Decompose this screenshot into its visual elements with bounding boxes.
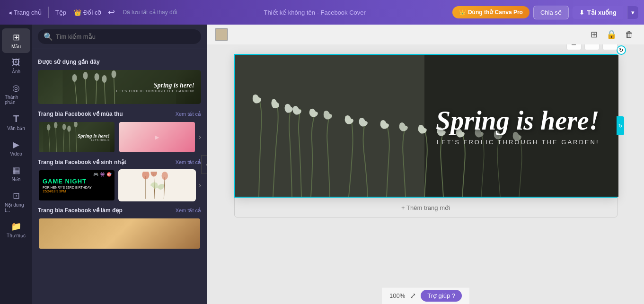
format-icon: ⊞ [591, 30, 598, 39]
sidebar-item-video[interactable]: ▶ Video [2, 136, 30, 160]
video-icon: ▶ [13, 139, 19, 150]
change-font-btn[interactable]: 👑 Đổi cỡ [71, 7, 104, 18]
frame-icon: ⊡ [571, 44, 576, 46]
try-pro-label: Dùng thử Canva Pro [468, 9, 523, 16]
autumn-section-header: Trang bìa Facebook về mùa thu Xem tất cả [38, 111, 201, 117]
sidebar-item-content[interactable]: ⊡ Nội dung t... [2, 187, 30, 217]
file-menu[interactable]: Tệp [53, 7, 69, 18]
svg-point-15 [54, 122, 58, 128]
add-page-button[interactable]: + Thêm trang mới [234, 198, 618, 217]
canvas-text-area: Spring is here! LET'S FROLIC THROUGH THE… [436, 106, 599, 146]
svg-point-17 [62, 124, 66, 130]
birthday-section-title: Trang bìa Facebook về sinh nhật [38, 159, 126, 165]
autumn-see-all[interactable]: Xem tất cả [176, 111, 201, 117]
topbar-center: Thiết kế không tên - Facebook Cover [181, 9, 448, 16]
svg-point-28 [161, 172, 168, 180]
try-pro-button[interactable]: 👑 Dùng thử Canva Pro [452, 6, 529, 18]
birthday-see-all[interactable]: Xem tất cả [176, 159, 201, 165]
crown-icon: 👑 [74, 9, 81, 16]
download-dropdown-button[interactable]: ▾ [627, 6, 638, 19]
photos-icon: 🖼 [12, 58, 20, 68]
recent-spring-text: Spring is here! [116, 82, 194, 89]
panel-search-area: 🔍 [32, 25, 207, 49]
plus-icon: + [608, 44, 612, 46]
spring-title[interactable]: Spring is here! [436, 106, 599, 136]
autumn-next-arrow[interactable]: › [199, 121, 201, 153]
nav-separator [48, 7, 49, 18]
rotate-icon: ↻ [619, 47, 623, 53]
templates-icon: ⊞ [13, 32, 20, 43]
help-button[interactable]: Trợ giúp ? [421, 290, 462, 302]
topbar-right: 👑 Dùng thử Canva Pro Chia sẽ ⬇ Tải xuống… [452, 6, 638, 19]
sidebar-item-photos[interactable]: 🖼 Ảnh [2, 54, 30, 78]
sidebar-item-elements[interactable]: ◎ Thành phần [2, 79, 30, 109]
back-button[interactable]: ◂ Trang chủ [6, 7, 44, 18]
beauty-section-title: Trang bìa Facebook về làm đẹp [38, 207, 123, 214]
crown-icon-pro: 👑 [459, 9, 466, 16]
search-input[interactable] [56, 33, 195, 40]
format-button[interactable]: ⊞ [588, 27, 600, 42]
svg-point-2 [72, 74, 77, 82]
topbar: ◂ Trang chủ Tệp 👑 Đổi cỡ ↩ Đã lưu tất cả… [0, 0, 644, 25]
spring-subtitle[interactable]: LET'S FROLIC THROUGH THE GARDEN! [436, 138, 599, 145]
text-icon: T [13, 113, 19, 124]
download-label: Tải xuống [587, 9, 617, 16]
birthday-template-2[interactable] [118, 169, 196, 201]
undo-button[interactable]: ↩ [106, 5, 117, 19]
zoom-expand-icon[interactable]: ⤢ [410, 291, 416, 300]
download-button[interactable]: ⬇ Tải xuống [573, 6, 623, 19]
canvas-inner: Spring is here! LET'S FROLIC THROUGH THE… [235, 55, 618, 197]
elements-icon: ◎ [12, 83, 20, 93]
bottom-bar: 100% ⤢ Trợ giúp ? [382, 287, 469, 304]
birthday-templates-row: GAME NIGHT FOR HENRY'S 33RD BIRTHDAY 15/… [38, 169, 201, 201]
folder-label: Thư mục [7, 233, 26, 238]
birthday-template-1[interactable]: GAME NIGHT FOR HENRY'S 33RD BIRTHDAY 15/… [38, 169, 115, 201]
elements-label: Thành phần [5, 95, 27, 105]
rotate-handle[interactable]: ↻ [617, 45, 626, 55]
sidebar-item-folder[interactable]: 📁 Thư mục [2, 217, 30, 242]
autumn-card2-placeholder: ▶ [155, 134, 159, 140]
content-icon: ⊡ [13, 191, 20, 201]
lock-button[interactable]: 🔒 [603, 27, 619, 42]
autumn-templates-row: Spring is here! LET'S FROLIC ▶ › [38, 121, 201, 153]
panel-content: Được sử dụng gần đây Spri [32, 49, 207, 304]
copy-action-btn[interactable]: ⧉ [584, 44, 600, 50]
canvas-toolbar: ⊞ 🔒 🗑 [207, 25, 644, 44]
beauty-see-all[interactable]: Xem tất cả [176, 208, 201, 214]
svg-point-4 [83, 72, 88, 79]
autumn-template-1[interactable]: Spring is here! LET'S FROLIC [38, 121, 115, 153]
sidebar-item-text[interactable]: T Văn bản [2, 110, 30, 135]
game-night-date: 15/24/18 9 3PM [43, 190, 111, 193]
birthday-card1-inner: GAME NIGHT FOR HENRY'S 33RD BIRTHDAY 15/… [39, 170, 115, 200]
content-label: Nội dung t... [5, 202, 27, 213]
collapse-panel-button[interactable]: ‹ [201, 155, 207, 174]
svg-point-13 [47, 124, 51, 130]
chevron-down-icon: ▾ [631, 9, 635, 16]
home-label: Trang chủ [14, 9, 42, 16]
undo-icon: ↩ [108, 8, 115, 17]
photos-label: Ảnh [12, 69, 20, 74]
topbar-left: ◂ Trang chủ Tệp 👑 Đổi cỡ ↩ Đã lưu tất cả… [6, 5, 177, 19]
share-button[interactable]: Chia sẽ [533, 6, 569, 19]
templates-panel: 🔍 Được sử dụng gần đây [32, 25, 207, 304]
delete-button[interactable]: 🗑 [622, 27, 636, 42]
beauty-section-header: Trang bìa Facebook về làm đẹp Xem tất cả [38, 207, 201, 214]
birthday-next-arrow[interactable]: › [199, 169, 201, 201]
sidebar-left: ⊞ Mẫu 🖼 Ảnh ◎ Thành phần T Văn bản ▶ Vid… [0, 25, 32, 304]
design-title: Thiết kế không tên - Facebook Cover [264, 9, 365, 16]
recent-template-card[interactable]: Spring is here! LET'S FROLIC THROUGH THE… [38, 70, 201, 104]
color-swatch[interactable] [215, 28, 228, 41]
frame-action-btn[interactable]: ⊡ [566, 44, 582, 50]
beauty-template-1[interactable] [38, 217, 201, 250]
game-night-sub: FOR HENRY'S 33RD BIRTHDAY [43, 186, 111, 189]
add-action-btn[interactable]: + [602, 44, 618, 50]
recent-card-inner: Spring is here! LET'S FROLIC THROUGH THE… [38, 70, 201, 104]
recent-spring-sub: LET'S FROLIC THROUGH THE GARDEN! [116, 89, 194, 93]
download-icon: ⬇ [579, 9, 584, 16]
sidebar-item-templates[interactable]: ⊞ Mẫu [2, 28, 30, 53]
sidebar-item-background[interactable]: ▦ Nền [2, 161, 30, 186]
design-canvas[interactable]: ↻ [234, 54, 618, 198]
autumn-template-2[interactable]: ▶ [118, 121, 196, 153]
right-handle[interactable]: ↻ [617, 116, 624, 135]
game-icons: 🎮👾🎯 [93, 172, 112, 177]
